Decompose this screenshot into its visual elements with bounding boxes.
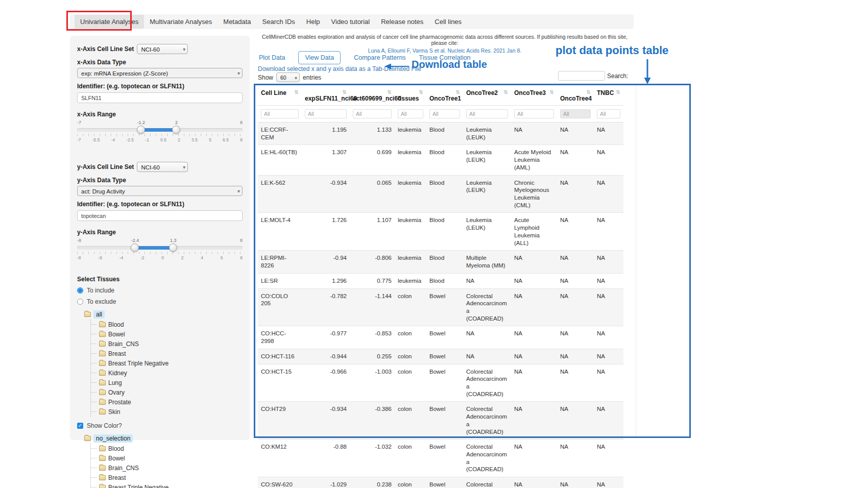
- cell-expslfn11-nci60: -0.88: [302, 440, 350, 477]
- column-filter-oncotree1[interactable]: [429, 109, 460, 118]
- sort-icon[interactable]: ⇅: [388, 89, 392, 95]
- tree-node-bowel[interactable]: Bowel: [91, 329, 243, 339]
- column-filter-tissues[interactable]: [398, 109, 423, 118]
- tab-view-data[interactable]: View Data: [298, 51, 341, 64]
- column-header-oncotree1[interactable]: ⇅OncoTree1: [426, 87, 463, 106]
- column-filter-expslfn11-nci60[interactable]: [305, 109, 347, 118]
- nav-item-univariate-analyses[interactable]: Univariate Analyses: [75, 15, 144, 29]
- cell-cell-line: CO:SW-620: [258, 477, 302, 488]
- chevron-down-icon: ▾: [183, 45, 185, 54]
- radio-to-include[interactable]: To include: [77, 287, 243, 294]
- tree-node-ovary[interactable]: Ovary: [91, 387, 243, 397]
- y-data-type-select[interactable]: act: Drug Activity ▾: [77, 186, 243, 196]
- nav-item-help[interactable]: Help: [301, 15, 326, 29]
- column-filter-oncotree2[interactable]: [466, 109, 508, 118]
- column-header-oncotree4[interactable]: ⇅OncoTree4: [557, 87, 594, 106]
- tree-node-no-selection[interactable]: no_selection: [77, 433, 243, 444]
- tree-node-brain-cns[interactable]: Brain_CNS: [91, 339, 243, 349]
- tree-node-brain-cns[interactable]: Brain_CNS: [91, 463, 243, 473]
- nav-item-release-notes[interactable]: Release notes: [375, 15, 429, 29]
- column-filter-act609699-nci60[interactable]: [353, 109, 392, 118]
- tree-node-skin[interactable]: Skin: [91, 407, 243, 417]
- cell-expslfn11-nci60: -0.934: [302, 175, 350, 213]
- x-range-handle-low[interactable]: [137, 126, 145, 134]
- y-range-handle-low[interactable]: [131, 243, 139, 252]
- tick-label: 8: [240, 255, 243, 260]
- search-input[interactable]: [558, 71, 605, 81]
- tree-node-breast[interactable]: Breast: [91, 349, 243, 358]
- cell-oncotree4: NA: [557, 145, 594, 175]
- tree-node-kidney[interactable]: Kidney: [91, 368, 243, 378]
- entries-select[interactable]: 60 ▾: [276, 72, 300, 82]
- nav-item-cell-lines[interactable]: Cell lines: [429, 15, 467, 29]
- folder-icon: [99, 371, 106, 376]
- tree-node-bowel[interactable]: Bowel: [91, 453, 243, 463]
- column-header-expslfn11-nci60[interactable]: ⇅expSLFN11_nci60: [302, 87, 350, 106]
- tick-label: -2.5: [126, 137, 134, 142]
- folder-icon: [99, 332, 106, 337]
- x-range-handle-high[interactable]: [172, 126, 180, 134]
- y-identifier-input[interactable]: [77, 210, 243, 221]
- cell-oncotree2: Colorectal Adenocarcinoma (COADREAD): [463, 402, 511, 440]
- tree-node-breast-triple-negative[interactable]: Breast Triple Negative: [91, 482, 243, 488]
- column-header-tissues[interactable]: ⇅tissues: [395, 87, 426, 106]
- tree-node-prostate[interactable]: Prostate: [91, 397, 243, 407]
- x-identifier-input[interactable]: [77, 92, 243, 103]
- tick-label: -1: [145, 137, 149, 142]
- show-color-checkbox[interactable]: ✓ Show Color?: [77, 422, 243, 429]
- folder-icon: [84, 436, 91, 441]
- tab-plot-data[interactable]: Plot Data: [259, 54, 285, 61]
- tissue-tree-color: no_selectionBloodBowelBrain_CNSBreastBre…: [77, 433, 243, 488]
- cell-cell-line: LE:SR: [258, 273, 302, 288]
- sort-icon[interactable]: ⇅: [343, 89, 347, 95]
- nav-item-multivariate-analyses[interactable]: Multivariate Analyses: [144, 15, 218, 29]
- cell-oncotree4: NA: [557, 349, 594, 364]
- column-filter-cell-line[interactable]: [261, 109, 299, 118]
- folder-icon: [99, 446, 106, 451]
- x-cell-line-set-select[interactable]: NCI-60 ▾: [137, 44, 188, 54]
- column-filter-oncotree3[interactable]: [514, 109, 554, 118]
- tree-node-blood[interactable]: Blood: [91, 320, 243, 329]
- x-range-label: x-Axis Range: [77, 111, 243, 118]
- nav-item-metadata[interactable]: Metadata: [218, 15, 256, 29]
- column-header-act609699-nci60[interactable]: ⇅act609699_nci60: [350, 87, 395, 106]
- column-filter-oncotree4[interactable]: [560, 109, 591, 118]
- cell-tnbc: NA: [594, 364, 623, 402]
- x-range-tickstrip: [77, 134, 243, 136]
- column-filter-tnbc[interactable]: [597, 109, 620, 118]
- sort-icon[interactable]: ⇅: [295, 89, 299, 95]
- cell-oncotree4: NA: [557, 364, 594, 402]
- cell-cell-line: LE:MOLT-4: [258, 213, 302, 251]
- sort-icon[interactable]: ⇅: [504, 89, 508, 95]
- tree-node-label: Brain_CNS: [108, 465, 139, 472]
- tab-compare-patterns[interactable]: Compare Patterns: [354, 54, 405, 61]
- sort-icon[interactable]: ⇅: [419, 89, 423, 95]
- sort-icon[interactable]: ⇅: [587, 89, 591, 95]
- y-cell-line-set-select[interactable]: NCI-60 ▾: [137, 162, 188, 172]
- column-header-cell-line[interactable]: ⇅Cell Line: [258, 87, 302, 106]
- tree-node-breast-triple-negative[interactable]: Breast Triple Negative: [91, 358, 243, 368]
- cell-act609699-nci60: -1.144: [350, 288, 395, 326]
- show-label: Show: [258, 74, 273, 81]
- sort-icon[interactable]: ⇅: [616, 89, 620, 95]
- cell-cell-line: LE:RPMI-8226: [258, 251, 302, 273]
- column-header-oncotree2[interactable]: ⇅OncoTree2: [463, 87, 511, 106]
- tree-node-blood[interactable]: Blood: [91, 444, 243, 453]
- column-header-tnbc[interactable]: ⇅TNBC: [594, 87, 623, 106]
- cell-oncotree2: Colorectal Adenocarcinoma (COADREAD): [463, 288, 511, 326]
- cell-tnbc: NA: [594, 477, 623, 488]
- folder-icon: [99, 341, 106, 347]
- y-range-handle-high[interactable]: [169, 243, 177, 252]
- nav-item-video-tutorial[interactable]: Video tutorial: [326, 15, 376, 29]
- nav-item-search-ids[interactable]: Search IDs: [257, 15, 301, 29]
- tree-node-lung[interactable]: Lung: [91, 378, 243, 387]
- tree-node-breast[interactable]: Breast: [91, 473, 243, 482]
- tree-node-all[interactable]: all: [77, 309, 243, 320]
- sort-icon[interactable]: ⇅: [456, 89, 460, 95]
- y-identifier-label: Identifier: (e.g. topotecan or SLFN11): [77, 201, 243, 208]
- sort-icon[interactable]: ⇅: [550, 89, 554, 95]
- x-data-type-select[interactable]: exp: mRNA Expression (Z-Score) ▾: [77, 68, 243, 78]
- cell-oncotree2: NA: [463, 349, 511, 364]
- column-header-oncotree3[interactable]: ⇅OncoTree3: [511, 87, 557, 106]
- radio-to-exclude[interactable]: To exclude: [77, 298, 243, 305]
